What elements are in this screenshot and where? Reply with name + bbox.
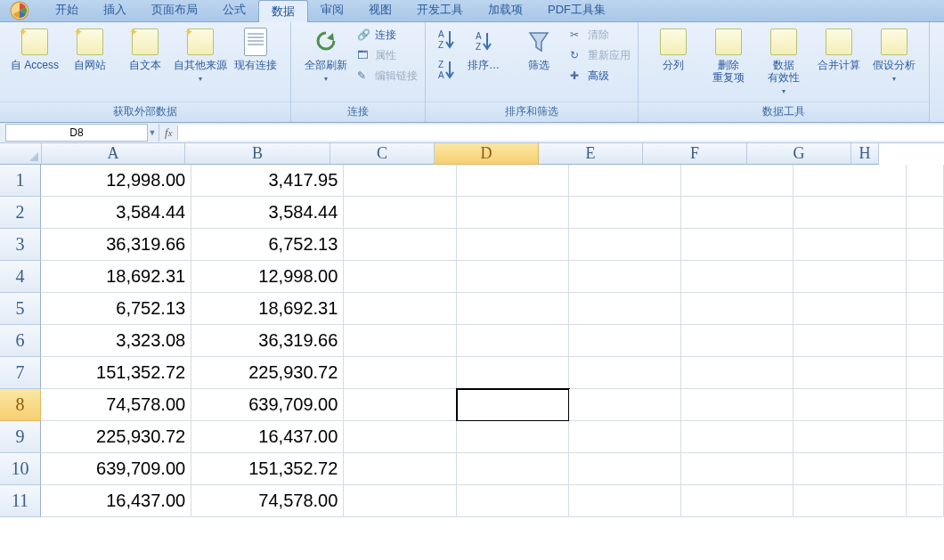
cell-B9[interactable]: 16,437.00: [191, 421, 344, 453]
cell-C11[interactable]: [344, 485, 456, 517]
sort-asc-button[interactable]: AZ: [436, 28, 456, 53]
col-header-E[interactable]: E: [539, 143, 643, 165]
row-header-10[interactable]: 10: [0, 453, 41, 485]
cell-B2[interactable]: 3,584.44: [191, 197, 344, 229]
cell-D6[interactable]: [457, 325, 569, 357]
cell-E6[interactable]: [569, 325, 681, 357]
cell-H7[interactable]: [907, 357, 944, 389]
office-button[interactable]: [0, 0, 39, 21]
cell-F9[interactable]: [681, 421, 793, 453]
tab-数据[interactable]: 数据: [258, 0, 308, 22]
cell-A7[interactable]: 151,352.72: [41, 357, 191, 389]
cell-C1[interactable]: [344, 165, 456, 197]
cell-E7[interactable]: [569, 357, 681, 389]
cell-G6[interactable]: [793, 325, 906, 357]
cell-H8[interactable]: [907, 389, 944, 421]
ribbon-btn-分列[interactable]: 分列: [646, 26, 701, 71]
cell-C8[interactable]: [344, 389, 456, 421]
name-box[interactable]: [5, 124, 148, 142]
cell-A9[interactable]: 225,930.72: [41, 421, 191, 453]
cell-H11[interactable]: [907, 485, 944, 517]
tab-视图[interactable]: 视图: [356, 0, 404, 21]
fx-icon[interactable]: fx: [165, 126, 172, 140]
cell-G5[interactable]: [793, 293, 906, 325]
cell-F8[interactable]: [681, 389, 793, 421]
cell-E4[interactable]: [569, 261, 681, 293]
cell-C3[interactable]: [344, 229, 456, 261]
cell-A11[interactable]: 16,437.00: [41, 485, 191, 517]
cell-A5[interactable]: 6,752.13: [41, 293, 191, 325]
cell-B1[interactable]: 3,417.95: [191, 165, 344, 197]
row-header-1[interactable]: 1: [0, 165, 41, 197]
cell-B7[interactable]: 225,930.72: [191, 357, 344, 389]
cell-H5[interactable]: [907, 293, 944, 325]
ribbon-btn-全部刷新[interactable]: 全部刷新▾: [298, 26, 354, 85]
cell-H2[interactable]: [907, 197, 944, 229]
row-header-9[interactable]: 9: [0, 421, 41, 453]
cell-D7[interactable]: [457, 357, 569, 389]
cell-G11[interactable]: [793, 485, 906, 517]
cell-C10[interactable]: [344, 453, 456, 485]
ribbon-btn-自其他来源[interactable]: ✦自其他来源▾: [173, 26, 228, 85]
ribbon-btn-筛选[interactable]: 筛选: [511, 26, 566, 71]
row-header-2[interactable]: 2: [0, 197, 41, 229]
cell-C9[interactable]: [344, 421, 456, 453]
cell-E3[interactable]: [569, 229, 681, 261]
cell-C4[interactable]: [344, 261, 456, 293]
tab-加载项[interactable]: 加载项: [476, 0, 535, 21]
col-header-G[interactable]: G: [747, 143, 851, 165]
cell-C5[interactable]: [344, 293, 456, 325]
cell-E10[interactable]: [569, 453, 681, 485]
cell-B6[interactable]: 36,319.66: [191, 325, 344, 357]
ribbon-btn-排序…[interactable]: AZ排序…: [456, 26, 511, 71]
cell-D3[interactable]: [457, 229, 569, 261]
cell-D5[interactable]: [457, 293, 569, 325]
ribbon-btn-自文本[interactable]: ✦自文本: [118, 26, 173, 71]
row-header-4[interactable]: 4: [0, 261, 41, 293]
ribbon-mini-高级[interactable]: ✚高级: [570, 69, 631, 84]
ribbon-btn-自Access[interactable]: ✦自 Access: [7, 26, 62, 71]
cell-D8[interactable]: [457, 389, 569, 421]
cell-D10[interactable]: [457, 453, 569, 485]
row-header-6[interactable]: 6: [0, 325, 41, 357]
cell-F7[interactable]: [681, 357, 793, 389]
col-header-D[interactable]: D: [435, 143, 539, 165]
col-header-A[interactable]: A: [42, 143, 185, 165]
cell-A8[interactable]: 74,578.00: [41, 389, 191, 421]
row-header-8[interactable]: 8: [0, 389, 41, 421]
ribbon-btn-假设分析[interactable]: 假设分析▾: [867, 26, 922, 85]
cell-D11[interactable]: [457, 485, 569, 517]
cell-E11[interactable]: [569, 485, 681, 517]
cell-B11[interactable]: 74,578.00: [191, 485, 344, 517]
tab-插入[interactable]: 插入: [91, 0, 139, 21]
ribbon-btn-数据有效性[interactable]: 数据有效性▾: [756, 26, 811, 98]
cell-F3[interactable]: [681, 229, 793, 261]
cell-F4[interactable]: [681, 261, 793, 293]
cell-C6[interactable]: [344, 325, 456, 357]
cell-A3[interactable]: 36,319.66: [41, 229, 191, 261]
cell-F1[interactable]: [681, 165, 793, 197]
select-all-corner[interactable]: [0, 143, 42, 165]
cell-E9[interactable]: [569, 421, 681, 453]
cell-E1[interactable]: [569, 165, 681, 197]
ribbon-mini-连接[interactable]: 🔗连接: [357, 28, 418, 43]
cell-B8[interactable]: 639,709.00: [191, 389, 344, 421]
ribbon-btn-合并计算[interactable]: 合并计算: [811, 26, 867, 71]
ribbon-btn-自网站[interactable]: ✦自网站: [62, 26, 118, 71]
cell-B5[interactable]: 18,692.31: [191, 293, 344, 325]
cell-D9[interactable]: [457, 421, 569, 453]
cell-A10[interactable]: 639,709.00: [41, 453, 191, 485]
cell-E5[interactable]: [569, 293, 681, 325]
tab-开发工具[interactable]: 开发工具: [404, 0, 476, 21]
cell-B3[interactable]: 6,752.13: [191, 229, 344, 261]
tab-PDF工具集[interactable]: PDF工具集: [535, 0, 618, 21]
cell-A4[interactable]: 18,692.31: [41, 261, 191, 293]
ribbon-btn-现有连接[interactable]: 现有连接: [228, 26, 283, 71]
cell-F5[interactable]: [681, 293, 793, 325]
cell-F2[interactable]: [681, 197, 793, 229]
tab-公式[interactable]: 公式: [210, 0, 258, 21]
col-header-F[interactable]: F: [643, 143, 747, 165]
cell-D1[interactable]: [457, 165, 569, 197]
cell-G9[interactable]: [793, 421, 906, 453]
cell-E2[interactable]: [569, 197, 681, 229]
